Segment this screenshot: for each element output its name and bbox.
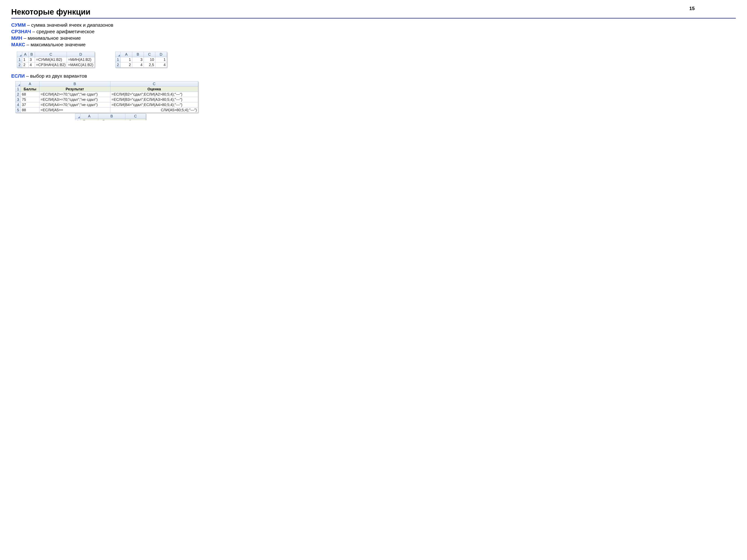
col-header[interactable]: C <box>144 52 155 57</box>
def-if: ЕСЛИ – выбор из двух вариантов <box>11 73 736 79</box>
col-header[interactable]: C <box>110 81 198 87</box>
cell[interactable]: =ЕСЛИ(B2="сдал";ЕСЛИ(A2>80;5;4);"—") <box>110 92 198 97</box>
tables-stack: A B C 1 Баллы Результат Оценка 2 68 =ЕСЛ… <box>15 81 736 113</box>
row-header[interactable]: 3 <box>16 97 21 102</box>
cell[interactable]: =ЕСЛИ(A3>=70;"сдал";"не сдал") <box>40 97 110 102</box>
cell[interactable]: 37 <box>21 102 40 108</box>
sheet-if-results: A B C 1 Баллы Результат Оценка 2 68 не с… <box>75 113 146 120</box>
table-row: 1 1 3 10 1 <box>115 57 167 62</box>
cell[interactable]: 2,5 <box>144 62 155 68</box>
cell[interactable]: Баллы <box>21 87 40 92</box>
row-header[interactable]: 2 <box>115 62 121 68</box>
select-all-corner[interactable] <box>75 114 80 119</box>
cell[interactable]: =ЕСЛИ(A4>=70;"сдал";"не сдал") <box>40 102 110 108</box>
page-title: Некоторые функции <box>11 7 736 17</box>
cell[interactable]: =СУММ(A1:B2) <box>35 57 67 62</box>
cell[interactable]: =ЕСЛИ(A2>=70;"сдал";"не сдал") <box>40 92 110 97</box>
select-all-corner[interactable] <box>115 52 121 57</box>
table-row: 1 Баллы Результат Оценка <box>16 87 198 92</box>
if-section: ЕСЛИ – выбор из двух вариантов A B C 1 Б… <box>11 73 736 113</box>
cell[interactable]: 68 <box>21 92 40 97</box>
cell[interactable]: Результат <box>40 87 110 92</box>
col-header[interactable]: A <box>80 114 98 119</box>
col-header[interactable]: B <box>98 114 125 119</box>
def-text: – выбор из двух вариантов <box>25 73 87 79</box>
def-text: – максимальное значение <box>25 42 86 47</box>
col-header[interactable]: B <box>29 52 35 57</box>
kw: МАКС <box>11 42 25 47</box>
table-row: 2 2 4 =СРЗНАЧ(A1:B2) =МАКС(A1:B2) <box>17 62 95 68</box>
kw: ЕСЛИ <box>11 73 25 79</box>
cell[interactable]: 2 <box>22 62 29 68</box>
overlay-sheet-wrapper: A B C 1 Баллы Результат Оценка 2 68 не с… <box>75 113 146 120</box>
cell[interactable]: 1 <box>22 57 29 62</box>
row-header[interactable]: 1 <box>16 87 21 92</box>
kw: СУММ <box>11 22 26 28</box>
col-header[interactable]: A <box>22 52 29 57</box>
sheet-if-formulas: A B C 1 Баллы Результат Оценка 2 68 =ЕСЛ… <box>15 81 198 113</box>
cell[interactable]: =МИН(A1:B2) <box>67 57 95 62</box>
table-row: 2 68 =ЕСЛИ(A2>=70;"сдал";"не сдал") =ЕСЛ… <box>16 92 198 97</box>
title-rule <box>11 18 736 19</box>
col-header[interactable]: D <box>155 52 167 57</box>
cell[interactable]: 2 <box>121 62 132 68</box>
cell[interactable]: 3 <box>29 57 35 62</box>
col-header[interactable]: C <box>125 114 146 119</box>
cell[interactable]: Оценка <box>110 87 198 92</box>
page-number: 15 <box>689 6 695 11</box>
table-row: 1 Баллы Результат Оценка <box>75 119 146 121</box>
col-header[interactable]: B <box>40 81 110 87</box>
def-sum: СУММ – сумма значений ячеек и диапазонов <box>11 22 736 28</box>
row-header[interactable]: 1 <box>115 57 121 62</box>
cell[interactable]: СЛИ(A5>80;5;4);"—") <box>110 108 198 113</box>
cell[interactable]: 1 <box>121 57 132 62</box>
cell[interactable]: 4 <box>132 62 144 68</box>
kw: СРЗНАЧ <box>11 29 31 34</box>
cell[interactable]: 4 <box>29 62 35 68</box>
cell[interactable]: =СРЗНАЧ(A1:B2) <box>35 62 67 68</box>
cell[interactable]: 88 <box>21 108 40 113</box>
col-header[interactable]: A <box>121 52 132 57</box>
sheet-results: A B C D 1 1 3 10 1 2 2 4 2,5 4 <box>115 52 167 68</box>
row-header[interactable]: 4 <box>16 102 21 108</box>
col-header[interactable]: A <box>21 81 40 87</box>
cell[interactable]: 1 <box>155 57 167 62</box>
col-header[interactable]: D <box>67 52 95 57</box>
table-row: 5 88 =ЕСЛИ(A5>= СЛИ(A5>80;5;4);"—") <box>16 108 198 113</box>
def-avg: СРЗНАЧ – среднее арифметическое <box>11 28 736 35</box>
kw: МИН <box>11 35 22 41</box>
row-header[interactable]: 5 <box>16 108 21 113</box>
def-text: – сумма значений ячеек и диапазонов <box>26 22 113 28</box>
table-row: 3 75 =ЕСЛИ(A3>=70;"сдал";"не сдал") =ЕСЛ… <box>16 97 198 102</box>
row-header[interactable]: 1 <box>17 57 22 62</box>
row-header[interactable]: 2 <box>17 62 22 68</box>
sheet-formulas: A B C D 1 1 3 =СУММ(A1:B2) =МИН(A1:B2) 2… <box>17 52 95 68</box>
cell[interactable]: 3 <box>132 57 144 62</box>
def-max: МАКС – максимальное значение <box>11 42 736 48</box>
table-row: 2 2 4 2,5 4 <box>115 62 167 68</box>
select-all-corner[interactable] <box>17 52 22 57</box>
definitions-block: СУММ – сумма значений ячеек и диапазонов… <box>11 22 736 48</box>
col-header[interactable]: C <box>35 52 67 57</box>
cell[interactable]: =МАКС(A1:B2) <box>67 62 95 68</box>
col-header[interactable]: B <box>132 52 144 57</box>
cell[interactable]: 4 <box>155 62 167 68</box>
cell[interactable]: =ЕСЛИ(A5>= <box>40 108 110 113</box>
def-text: – минимальное значение <box>22 35 81 41</box>
cell[interactable]: =ЕСЛИ(B4="сдал";ЕСЛИ(A4>80;5;4);"—") <box>110 102 198 108</box>
cell[interactable]: 10 <box>144 57 155 62</box>
row-header[interactable]: 2 <box>16 92 21 97</box>
table-row: 1 1 3 =СУММ(A1:B2) =МИН(A1:B2) <box>17 57 95 62</box>
table-row: 4 37 =ЕСЛИ(A4>=70;"сдал";"не сдал") =ЕСЛ… <box>16 102 198 108</box>
def-min: МИН – минимальное значение <box>11 35 736 42</box>
cell[interactable]: 75 <box>21 97 40 102</box>
row-header[interactable]: 1 <box>75 119 80 121</box>
def-text: – среднее арифметическое <box>31 29 95 34</box>
cell[interactable]: Баллы <box>80 119 98 121</box>
cell[interactable]: =ЕСЛИ(B3="сдал";ЕСЛИ(A3>80;5;4);"—") <box>110 97 198 102</box>
cell[interactable]: Результат <box>98 119 125 121</box>
tables-row-1: A B C D 1 1 3 =СУММ(A1:B2) =МИН(A1:B2) 2… <box>17 52 736 68</box>
cell[interactable]: Оценка <box>125 119 146 121</box>
select-all-corner[interactable] <box>16 81 21 87</box>
